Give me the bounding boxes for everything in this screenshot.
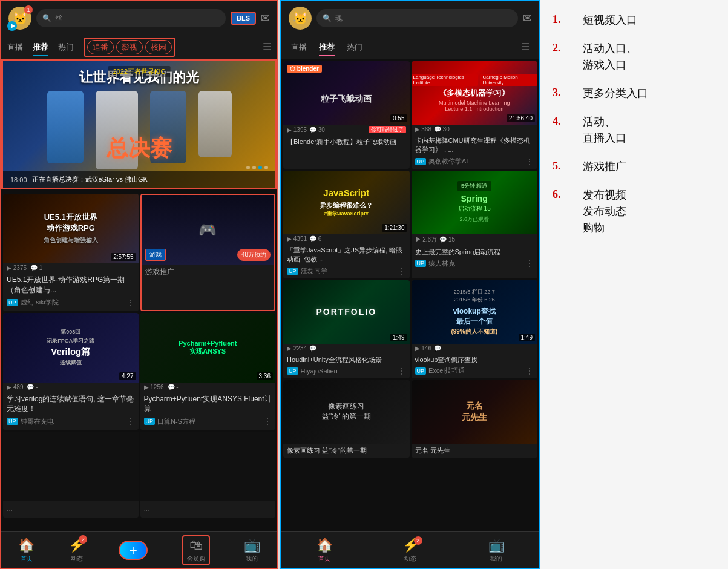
up-tag-v: UP — [7, 418, 18, 425]
r-dynamic-label: 动态 — [404, 554, 416, 563]
nav-home[interactable]: 🏠 首页 — [18, 538, 34, 563]
more-btn[interactable]: ⋮ — [126, 298, 135, 308]
verilog-meta: ▶ 489 💬 - — [3, 383, 139, 392]
blender-barrage: 💬 30 — [309, 127, 325, 133]
up-tag-cmu: UP — [415, 158, 427, 165]
dot3 — [258, 166, 262, 169]
verilog-duration: 4:27 — [119, 372, 136, 380]
special-tabs-group: 追番 影视 校园 — [84, 38, 175, 57]
tab-series[interactable]: 追番 — [87, 40, 114, 54]
dot1 — [246, 166, 250, 169]
nav-mine[interactable]: 📺 我的 — [244, 538, 260, 563]
left-video-grid: UE5.1开放世界动作游戏RPG角色创建与增强输入 2:57:55 ▶ 2375… — [1, 192, 277, 519]
py-play: ▶ 1256 — [144, 384, 164, 390]
vlookup-play: ▶ 146 — [415, 345, 431, 352]
tab-campus[interactable]: 校园 — [145, 40, 172, 54]
more-houdini[interactable]: ⋮ — [398, 366, 406, 376]
right-mail-icon[interactable]: ✉ — [523, 12, 532, 25]
js-title: 「重学JavaScript」之JS异步编程, 暗眼动画, 包教... — [287, 246, 406, 265]
video-card-game[interactable]: 🎮 游戏 48万预约 游戏推广 — [140, 194, 276, 311]
extra1-title: ... — [7, 504, 135, 514]
spring-up-row: UP 猿人林克 ⋮ — [415, 258, 534, 268]
right-tab-hot[interactable]: 热门 — [347, 39, 362, 55]
right-card-cmu[interactable]: Language Technologies Institute Carnegie… — [412, 61, 538, 169]
ann-2: 2. 活动入口、 游戏入口 — [553, 41, 716, 73]
right-card-yuming[interactable]: 元名元先生 元名 元先生 — [412, 380, 538, 458]
right-tab-recommend[interactable]: 推荐 — [319, 39, 335, 55]
video-card-verilog[interactable]: 第008回 记录FPGA学习之路 Verilog篇 —连续赋值— 4:27 ▶ … — [3, 313, 139, 430]
left-main-scroll[interactable]: 让世界看见我们的光 总决赛 2022王者世界KIC 18:00 正在直播总决赛：… — [1, 59, 277, 531]
more-btn-py[interactable]: ⋮ — [263, 416, 272, 426]
more-js[interactable]: ⋮ — [398, 266, 406, 276]
publish-plus-btn[interactable]: ＋ — [119, 541, 148, 560]
bls-badge[interactable]: BLS — [231, 12, 256, 25]
ann-3-text: 更多分类入口 — [583, 85, 648, 102]
right-search-text: 魂 — [335, 13, 343, 24]
vlookup-up-name: Excel技巧通 — [428, 366, 465, 375]
cmu-barrage: 💬 30 — [434, 126, 450, 133]
verilog-title: 学习verilog的连续赋值语句, 这一章节毫无难度！ — [7, 394, 135, 415]
ann-4: 4. 活动、 直播入口 — [553, 114, 716, 146]
nav-more-icon[interactable]: ☰ — [263, 41, 271, 53]
extra1-info: ... — [3, 501, 139, 518]
more-spring[interactable]: ⋮ — [525, 258, 534, 268]
video-card-py[interactable]: Pycharm+Pyfluent实现ANSYS 3:36 ▶ 1256 💬 - … — [140, 313, 276, 430]
thumb-extra2 — [140, 432, 276, 501]
right-card-exercise[interactable]: 像素画练习益"冷"的第一期 像素画练习 益"冷"的第一期 — [283, 380, 410, 458]
spring-barrage: 💬 15 — [439, 236, 455, 243]
up-tag: UP — [7, 299, 18, 306]
video-card-ue5[interactable]: UE5.1开放世界动作游戏RPG角色创建与增强输入 2:57:55 ▶ 2375… — [3, 194, 139, 311]
video-card-extra1[interactable]: ... — [3, 432, 139, 518]
nav-dynamic[interactable]: ⚡ 2 动态 — [68, 538, 85, 563]
spring-thumb-text: Spring — [461, 194, 488, 203]
right-nav-mine[interactable]: 📺 我的 — [488, 538, 505, 563]
left-topbar: 🐱 1 🔍 丝 BLS ✉ — [1, 1, 277, 35]
left-banner[interactable]: 让世界看见我们的光 总决赛 2022王者世界KIC 18:00 正在直播总决赛：… — [1, 59, 277, 189]
right-card-js[interactable]: JavaScript 异步编程很难么？ #重学JavaScript# 1:21:… — [283, 171, 410, 278]
right-video-grid: ⬡ blender 粒子飞蛾动画 0:55 ▶ 1395 💬 30 你可能错过了 — [281, 59, 539, 459]
yuming-info: 元名 元先生 — [412, 444, 538, 458]
mine-icon: 📺 — [244, 538, 260, 553]
right-card-blender[interactable]: ⬡ blender 粒子飞蛾动画 0:55 ▶ 1395 💬 30 你可能错过了 — [283, 61, 410, 169]
tab-hot[interactable]: 热门 — [58, 39, 74, 55]
py-meta: ▶ 1256 💬 - — [140, 383, 276, 392]
left-search-bar[interactable]: 🔍 丝 — [36, 9, 226, 27]
right-nav-dynamic[interactable]: ⚡ 2 动态 — [402, 538, 419, 563]
right-card-spring[interactable]: 5分钟 精通 Spring 启动流程 15 2.6万已观看 ▶ 2.6万 💬 1… — [412, 171, 538, 278]
left-avatar-wrap[interactable]: 🐱 1 — [8, 7, 31, 30]
blender-duration: 0:55 — [390, 114, 407, 122]
left-bottom-nav: 🏠 首页 ⚡ 2 动态 ＋ 🛍 会员购 📺 我的 — [1, 531, 277, 568]
more-btn-v[interactable]: ⋮ — [126, 416, 135, 426]
more-cmu[interactable]: ⋮ — [525, 157, 534, 166]
ann-5: 5. 游戏推广 — [553, 159, 716, 175]
right-search-bar[interactable]: 🔍 魂 — [316, 9, 518, 27]
mail-icon[interactable]: ✉ — [261, 12, 270, 25]
right-tab-live[interactable]: 直播 — [291, 39, 307, 55]
nav-publish[interactable]: ＋ — [119, 541, 148, 560]
thumb-verilog: 第008回 记录FPGA学习之路 Verilog篇 —连续赋值— 4:27 — [3, 313, 139, 383]
ue5-up-row: UP 虚幻-siki学院 ⋮ — [7, 298, 135, 308]
tab-live[interactable]: 直播 — [7, 39, 23, 55]
blender-thumb-text: 粒子飞蛾动画 — [321, 94, 372, 105]
right-card-vlookup[interactable]: 2015/6 栏目 22.72015/6 年份 6.26 vlookup查找最后… — [412, 280, 538, 378]
right-card-houdini[interactable]: PORTFOLIO 1:49 ▶ 2234 💬 - Houdini+Unity全… — [283, 280, 410, 378]
game-info: 游戏推广 — [142, 265, 275, 281]
nav-shop[interactable]: 🛍 会员购 — [182, 535, 210, 565]
tab-film[interactable]: 影视 — [116, 40, 143, 54]
right-avatar[interactable]: 🐱 — [289, 7, 312, 30]
tab-recommend[interactable]: 推荐 — [33, 39, 48, 55]
right-video-scroll[interactable]: ⬡ blender 粒子飞蛾动画 0:55 ▶ 1395 💬 30 你可能错过了 — [281, 59, 539, 531]
right-nav-more[interactable]: ☰ — [521, 41, 530, 53]
js-thumb-text: JavaScript 异步编程很难么？ #重学JavaScript# — [320, 187, 373, 218]
more-vlookup[interactable]: ⋮ — [525, 366, 534, 376]
houdini-up-row: UP HiyajoSalieri ⋮ — [287, 366, 406, 376]
yuming-thumb-text: 元名元先生 — [462, 400, 487, 424]
dynamic-badge: 2 — [79, 535, 87, 544]
cmu-title: 卡内基梅隆CMU研究生课程《多模态机器学习》，... — [415, 136, 534, 155]
right-nav-home[interactable]: 🏠 首页 — [316, 538, 333, 563]
avatar-badge: 1 — [24, 5, 33, 14]
video-card-extra2[interactable]: ... — [140, 432, 276, 518]
verilog-thumb-text: 第008回 记录FPGA学习之路 Verilog篇 —连续赋值— — [47, 328, 94, 367]
home-icon: 🏠 — [18, 538, 34, 553]
thumb-ue5: UE5.1开放世界动作游戏RPG角色创建与增强输入 2:57:55 — [3, 194, 139, 263]
